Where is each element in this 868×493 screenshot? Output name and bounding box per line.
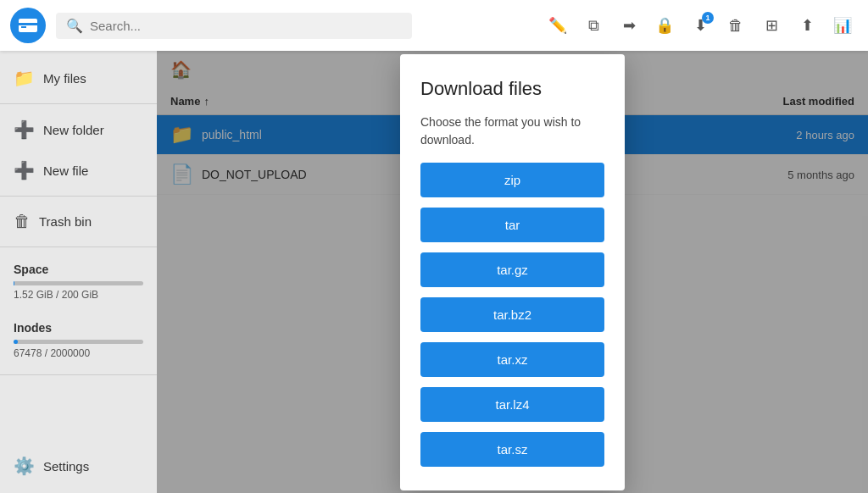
space-section: Space 1.52 GiB / 200 GiB — [0, 252, 157, 311]
stats-button[interactable]: 📊 — [827, 10, 858, 41]
inodes-bar-fill — [14, 340, 18, 344]
modal-overlay: Download files Choose the format you wis… — [157, 51, 868, 493]
toolbar: 🔍 ✏️ ⧉ ➡ 🔒 ⬇ 1 🗑 ⊞ ⬆ 📊 — [0, 0, 868, 51]
search-input[interactable] — [90, 19, 402, 33]
delete-button[interactable]: 🗑 — [721, 10, 751, 41]
sidebar-item-new-file[interactable]: ➕ New file — [0, 150, 157, 191]
download-modal: Download files Choose the format you wis… — [400, 54, 625, 490]
format-tarsz-button[interactable]: tar.sz — [420, 432, 604, 467]
inodes-bar — [14, 340, 143, 344]
upload-button[interactable]: ⬆ — [792, 10, 822, 41]
edit-icon: ✏️ — [548, 16, 567, 35]
lock-icon: 🔒 — [655, 16, 674, 35]
format-tarxz-button[interactable]: tar.xz — [420, 342, 604, 377]
space-bar-fill — [14, 281, 14, 285]
folder-icon: 📁 — [14, 68, 35, 88]
sidebar-label-my-files: My files — [43, 71, 86, 86]
search-icon: 🔍 — [66, 18, 83, 34]
copy-button[interactable]: ⧉ — [578, 10, 609, 41]
content-area: 🏠 Name ↑ Last modified 📁 public_html 2 h… — [157, 51, 868, 493]
svg-rect-2 — [19, 23, 37, 25]
sidebar: 📁 My files ➕ New folder ➕ New file 🗑 Tra… — [0, 51, 157, 493]
format-tar-button[interactable]: tar — [420, 208, 604, 242]
move-icon: ➡ — [623, 16, 636, 35]
copy-icon: ⧉ — [588, 17, 599, 35]
sidebar-item-trash[interactable]: 🗑 Trash bin — [0, 202, 157, 241]
sidebar-divider-2 — [0, 196, 157, 197]
search-bar[interactable]: 🔍 — [56, 13, 412, 39]
download-badge: 1 — [702, 12, 714, 24]
svg-rect-3 — [21, 26, 26, 28]
chart-icon: 📊 — [833, 16, 852, 35]
format-tarlz4-button[interactable]: tar.lz4 — [420, 387, 604, 422]
sidebar-label-new-file: New file — [43, 163, 88, 178]
sidebar-divider-4 — [0, 374, 157, 375]
sidebar-label-settings: Settings — [43, 459, 89, 474]
sidebar-divider-3 — [0, 246, 157, 247]
settings-icon: ⚙️ — [14, 456, 35, 476]
grid-button[interactable]: ⊞ — [756, 10, 787, 41]
app-logo[interactable] — [10, 8, 46, 43]
inodes-section: Inodes 67478 / 2000000 — [0, 311, 157, 369]
format-zip-button[interactable]: zip — [420, 163, 604, 197]
new-file-icon: ➕ — [14, 160, 35, 180]
delete-icon: 🗑 — [728, 17, 743, 35]
modal-description: Choose the format you wish to download. — [420, 114, 604, 149]
sidebar-divider-1 — [0, 103, 157, 104]
space-title: Space — [14, 263, 143, 276]
sidebar-label-new-folder: New folder — [43, 123, 104, 137]
download-button[interactable]: ⬇ 1 — [685, 10, 715, 41]
sidebar-item-my-files[interactable]: 📁 My files — [0, 58, 157, 98]
inodes-text: 67478 / 2000000 — [14, 347, 143, 359]
sidebar-item-settings[interactable]: ⚙️ Settings — [0, 446, 157, 486]
sidebar-label-trash: Trash bin — [39, 214, 92, 229]
sidebar-item-new-folder[interactable]: ➕ New folder — [0, 109, 157, 150]
format-targz-button[interactable]: tar.gz — [420, 252, 604, 287]
upload-icon: ⬆ — [801, 16, 814, 35]
space-text: 1.52 GiB / 200 GiB — [14, 289, 143, 301]
new-folder-icon: ➕ — [14, 119, 35, 140]
grid-icon: ⊞ — [765, 16, 778, 35]
main-layout: 📁 My files ➕ New folder ➕ New file 🗑 Tra… — [0, 51, 868, 493]
modal-title: Download files — [420, 78, 604, 100]
move-button[interactable]: ➡ — [614, 10, 644, 41]
format-tarbz2-button[interactable]: tar.bz2 — [420, 297, 604, 332]
toolbar-actions: ✏️ ⧉ ➡ 🔒 ⬇ 1 🗑 ⊞ ⬆ 📊 — [542, 10, 858, 41]
lock-button[interactable]: 🔒 — [649, 10, 680, 41]
trash-icon: 🗑 — [14, 212, 31, 231]
space-bar — [14, 281, 143, 285]
edit-button[interactable]: ✏️ — [542, 10, 573, 41]
inodes-title: Inodes — [14, 321, 143, 335]
